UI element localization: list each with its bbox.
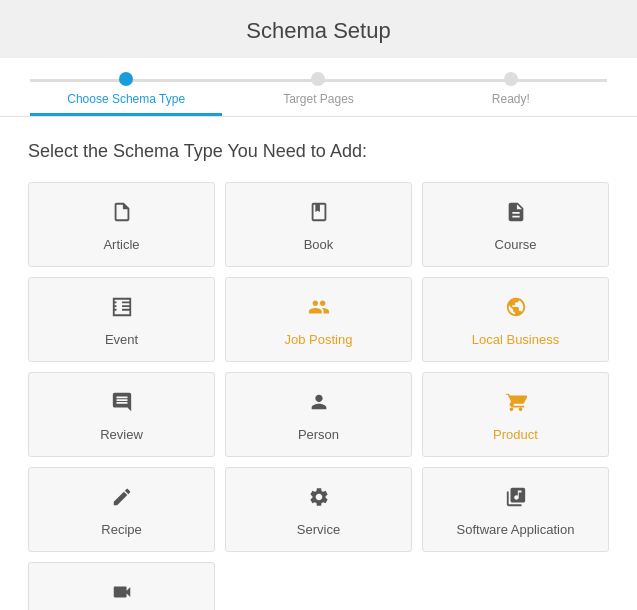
schema-label-event: Event bbox=[105, 332, 138, 347]
schema-label-article: Article bbox=[103, 237, 139, 252]
step-label-ready: Ready! bbox=[492, 92, 530, 106]
steps-bar: Choose Schema Type Target Pages Ready! bbox=[0, 58, 637, 117]
main-content: Select the Schema Type You Need to Add: … bbox=[0, 117, 637, 610]
product-icon bbox=[505, 391, 527, 419]
schema-label-book: Book bbox=[304, 237, 334, 252]
schema-item-service[interactable]: Service bbox=[225, 467, 412, 552]
schema-item-book[interactable]: Book bbox=[225, 182, 412, 267]
service-icon bbox=[308, 486, 330, 514]
software-application-icon bbox=[505, 486, 527, 514]
step-target-pages[interactable]: Target Pages bbox=[222, 72, 414, 116]
schema-item-person[interactable]: Person bbox=[225, 372, 412, 457]
step-dot-choose bbox=[119, 72, 133, 86]
header: Schema Setup bbox=[0, 0, 637, 58]
schema-item-local-business[interactable]: Local Business bbox=[422, 277, 609, 362]
schema-label-recipe: Recipe bbox=[101, 522, 141, 537]
schema-item-product[interactable]: Product bbox=[422, 372, 609, 457]
schema-item-recipe[interactable]: Recipe bbox=[28, 467, 215, 552]
schema-label-job-posting: Job Posting bbox=[285, 332, 353, 347]
section-title: Select the Schema Type You Need to Add: bbox=[28, 141, 609, 162]
schema-label-service: Service bbox=[297, 522, 340, 537]
page-title: Schema Setup bbox=[0, 18, 637, 44]
schema-item-job-posting[interactable]: Job Posting bbox=[225, 277, 412, 362]
local-business-icon bbox=[505, 296, 527, 324]
video-object-icon bbox=[111, 581, 133, 609]
course-icon bbox=[505, 201, 527, 229]
schema-item-video-object[interactable]: Video Object bbox=[28, 562, 215, 610]
page-wrapper: Schema Setup Choose Schema Type Target P… bbox=[0, 0, 637, 610]
schema-item-course[interactable]: Course bbox=[422, 182, 609, 267]
schema-item-event[interactable]: Event bbox=[28, 277, 215, 362]
schema-item-software-application[interactable]: Software Application bbox=[422, 467, 609, 552]
step-ready[interactable]: Ready! bbox=[415, 72, 607, 116]
schema-label-review: Review bbox=[100, 427, 143, 442]
schema-label-local-business: Local Business bbox=[472, 332, 559, 347]
review-icon bbox=[111, 391, 133, 419]
book-icon bbox=[308, 201, 330, 229]
schema-label-person: Person bbox=[298, 427, 339, 442]
schema-label-course: Course bbox=[495, 237, 537, 252]
step-dot-target bbox=[311, 72, 325, 86]
recipe-icon bbox=[111, 486, 133, 514]
event-icon bbox=[111, 296, 133, 324]
step-label-choose: Choose Schema Type bbox=[67, 92, 185, 106]
schema-grid: ArticleBookCourseEventJob PostingLocal B… bbox=[28, 182, 609, 610]
job-posting-icon bbox=[308, 296, 330, 324]
steps-row: Choose Schema Type Target Pages Ready! bbox=[30, 72, 607, 116]
schema-item-article[interactable]: Article bbox=[28, 182, 215, 267]
schema-label-software-application: Software Application bbox=[457, 522, 575, 537]
article-icon bbox=[111, 201, 133, 229]
step-label-target: Target Pages bbox=[283, 92, 354, 106]
person-icon bbox=[308, 391, 330, 419]
schema-label-product: Product bbox=[493, 427, 538, 442]
step-choose-schema-type[interactable]: Choose Schema Type bbox=[30, 72, 222, 116]
step-dot-ready bbox=[504, 72, 518, 86]
schema-item-review[interactable]: Review bbox=[28, 372, 215, 457]
